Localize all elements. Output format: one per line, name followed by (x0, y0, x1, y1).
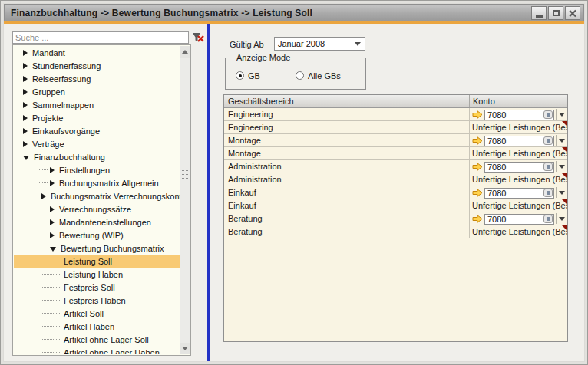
tree-item-mandanteneinstellungen[interactable]: Mandanteneinstellungen (14, 215, 180, 229)
konto-dropdown-button[interactable] (556, 213, 567, 224)
scroll-down-button[interactable] (180, 343, 190, 354)
choose-from-list-button[interactable] (543, 163, 553, 171)
konto-dropdown-button[interactable] (556, 109, 567, 120)
tree-item-artikel-haben[interactable]: Artikel Haben (14, 320, 180, 333)
tree-leader-line (39, 248, 48, 248)
tree-item-reiseerfassung[interactable]: Reiseerfassung (14, 72, 180, 85)
arrow-up-icon (182, 50, 188, 54)
tree-collapsed-icon[interactable] (23, 50, 28, 56)
tree-item-gruppen[interactable]: Gruppen (14, 85, 180, 98)
radio-alle-gbs[interactable] (296, 71, 304, 80)
konto-cell[interactable] (470, 108, 567, 120)
tree-collapsed-icon[interactable] (23, 115, 28, 121)
tree-item-label: Verträge (32, 140, 64, 149)
valid-from-select[interactable]: Januar 2008 (274, 37, 365, 51)
tree-expanded-icon[interactable] (23, 156, 29, 160)
display-mode-legend: Anzeige Mode (233, 53, 293, 62)
business-area-cell: Einkauf (224, 186, 470, 199)
tree-item-stundenerfassung[interactable]: Stundenerfassung (14, 59, 180, 72)
konto-dropdown-button[interactable] (556, 135, 567, 146)
konto-dropdown-button[interactable] (556, 161, 567, 172)
link-arrow-icon[interactable] (472, 110, 483, 119)
tree-item-bewertung-wip[interactable]: Bewertung (WIP) (14, 229, 180, 242)
tree-item-sammelmappen[interactable]: Sammelmappen (14, 98, 180, 111)
tree-expanded-icon[interactable] (50, 247, 56, 252)
link-arrow-icon[interactable] (472, 163, 483, 171)
tree-item-finanzbuchhaltung[interactable]: Finanzbuchhaltung (14, 150, 180, 163)
tree-collapsed-icon[interactable] (23, 128, 28, 134)
link-arrow-icon[interactable] (472, 215, 483, 223)
tree-collapsed-icon[interactable] (50, 167, 55, 173)
maximize-button[interactable] (548, 6, 563, 20)
tree-item-verträge[interactable]: Verträge (14, 137, 180, 150)
tree-collapsed-icon[interactable] (23, 63, 28, 69)
radio-gb-label: GB (248, 71, 260, 81)
tree-item-buchungsmatrix-verrechnungskonten[interactable]: Buchungsmatrix Verrechnungskonten (14, 189, 180, 202)
tree-collapsed-icon[interactable] (50, 219, 55, 225)
scrollbar-thumb[interactable] (181, 169, 188, 181)
tree-item-verrechnungssätze[interactable]: Verrechnungssätze (14, 202, 180, 215)
tree-leader-line (39, 209, 48, 209)
choose-from-list-button[interactable] (543, 110, 553, 119)
konto-cell[interactable]: Unfertige Leistungen (Best (470, 225, 567, 238)
tree-item-label: Gruppen (32, 87, 65, 97)
tree-collapsed-icon[interactable] (50, 232, 55, 238)
tree-item-artikel-ohne-lager-soll[interactable]: Artikel ohne Lager Soll (14, 333, 180, 346)
konto-dropdown-button[interactable] (556, 187, 567, 198)
radio-gb[interactable] (236, 71, 244, 80)
link-arrow-icon[interactable] (472, 136, 483, 145)
minimize-icon (536, 15, 543, 18)
konto-cell[interactable]: Unfertige Leistungen (Best (470, 121, 567, 133)
tree-item-festpreis-haben[interactable]: Festpreis Haben (14, 294, 180, 307)
link-arrow-icon[interactable] (472, 189, 483, 197)
konto-cell[interactable]: Unfertige Leistungen (Best (470, 199, 567, 212)
konto-cell[interactable]: Unfertige Leistungen (Best (470, 173, 567, 186)
search-input[interactable] (12, 31, 189, 44)
tree-item-label: Festpreis Soll (64, 283, 115, 292)
tree-item-label: Buchungsmatrix Allgemein (59, 179, 159, 188)
konto-cell[interactable] (470, 134, 567, 146)
tree-scrollbar[interactable] (180, 46, 190, 354)
konto-cell[interactable] (470, 212, 567, 225)
form-panel: Gültig Ab Januar 2008 Anzeige Mode GB Al… (210, 24, 584, 361)
tree-leader-line (39, 169, 48, 170)
tree-collapsed-icon[interactable] (50, 180, 55, 186)
choose-from-list-icon (547, 165, 550, 169)
tree-leader-line (39, 235, 48, 235)
tree-item-artikel-soll[interactable]: Artikel Soll (14, 307, 180, 320)
choose-from-list-button[interactable] (543, 136, 553, 145)
konto-cell[interactable] (470, 160, 567, 173)
konto-description: Unfertige Leistungen (Best (472, 173, 567, 186)
tree-leader-line (39, 182, 48, 183)
tree-collapsed-icon[interactable] (23, 141, 28, 147)
clear-filter-button[interactable] (191, 31, 205, 44)
close-button[interactable] (565, 6, 580, 20)
tree-item-leistung-haben[interactable]: Leistung Haben (14, 268, 180, 281)
tree-collapsed-icon[interactable] (41, 193, 46, 199)
konto-cell[interactable]: Unfertige Leistungen (Best (470, 147, 567, 159)
note-corner-indicator (562, 121, 567, 127)
tree-item-leistung-soll[interactable]: Leistung Soll (14, 255, 180, 268)
column-header-geschaeftsbereich: Geschäftsbereich (224, 95, 470, 107)
tree-collapsed-icon[interactable] (50, 206, 55, 212)
tree-item-festpreis-soll[interactable]: Festpreis Soll (14, 281, 180, 294)
business-area-cell: Engineering (224, 121, 470, 133)
choose-from-list-button[interactable] (543, 189, 553, 197)
tree-collapsed-icon[interactable] (23, 89, 28, 95)
konto-cell[interactable] (470, 186, 567, 199)
choose-from-list-button[interactable] (543, 215, 553, 223)
tree-item-einkaufsvorgänge[interactable]: Einkaufsvorgänge (14, 124, 180, 137)
title-bar: Finanzbuchhaltung -> Bewertung Buchungsm… (4, 4, 584, 21)
tree-item-bewertung-buchungsmatrix[interactable]: Bewertung Buchungsmatrix (14, 242, 180, 255)
tree-item-buchungsmatrix-allgemein[interactable]: Buchungsmatrix Allgemein (14, 176, 180, 189)
minimize-button[interactable] (531, 6, 547, 20)
display-mode-group: Anzeige Mode GB Alle GBs (225, 58, 366, 90)
tree-item-projekte[interactable]: Projekte (14, 111, 180, 124)
scroll-up-button[interactable] (180, 46, 190, 58)
tree-item-einstellungen[interactable]: Einstellungen (14, 163, 180, 176)
tree-collapsed-icon[interactable] (23, 76, 28, 82)
tree-collapsed-icon[interactable] (23, 102, 28, 108)
tree-item-artikel-ohne-lager-haben[interactable]: Artikel ohne Lager Haben (14, 346, 180, 354)
tree-item-mandant[interactable]: Mandant (14, 46, 180, 59)
table-row: Einkauf (224, 186, 567, 199)
